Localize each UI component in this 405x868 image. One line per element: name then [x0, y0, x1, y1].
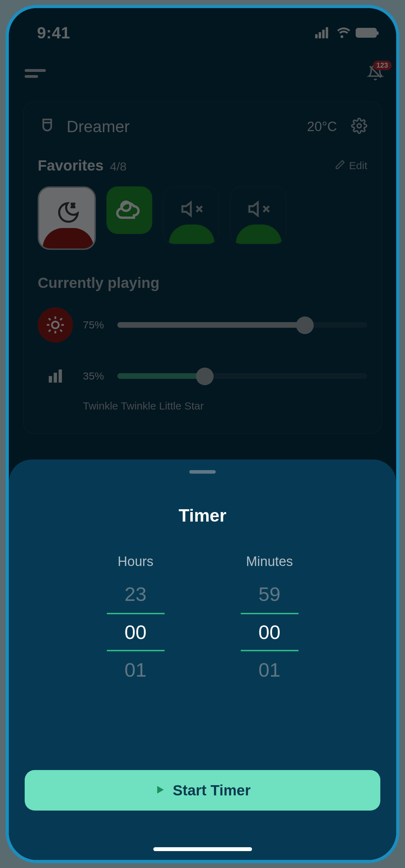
hours-picker[interactable]: Hours 23 00 01: [100, 554, 171, 681]
minutes-selected: 00: [241, 613, 299, 651]
timer-sheet: Timer Hours 23 00 01 Minutes 59 00 01: [9, 460, 396, 860]
svg-marker-22: [157, 786, 164, 793]
minutes-picker[interactable]: Minutes 59 00 01: [234, 554, 305, 681]
start-timer-button[interactable]: Start Timer: [25, 770, 380, 811]
sheet-title: Timer: [25, 505, 380, 526]
hours-selected: 00: [107, 613, 165, 651]
minutes-next: 01: [234, 659, 305, 681]
minutes-label: Minutes: [234, 554, 305, 569]
start-timer-label: Start Timer: [173, 782, 251, 799]
hours-next: 01: [100, 659, 171, 681]
minutes-prev: 59: [234, 583, 305, 605]
hours-prev: 23: [100, 583, 171, 605]
play-icon: [154, 782, 166, 799]
sheet-grabber[interactable]: [189, 470, 216, 474]
hours-label: Hours: [100, 554, 171, 569]
home-indicator[interactable]: [153, 847, 252, 851]
